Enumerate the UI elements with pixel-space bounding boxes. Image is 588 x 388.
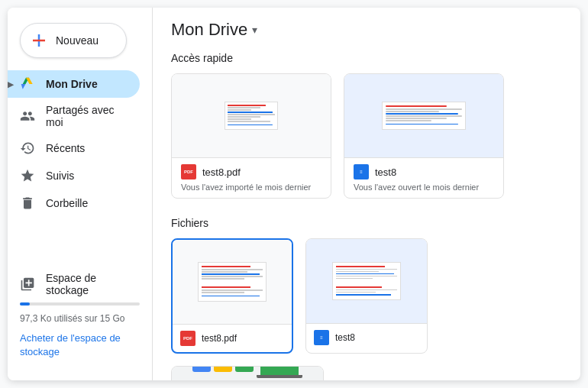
quick-access-title: Accès rapide [171, 52, 562, 64]
gs-docs-icon [192, 366, 211, 372]
quick-card-doc[interactable]: ≡ test8 Vous l'avez ouvert le mois derni… [344, 73, 504, 199]
file-card-doc[interactable]: ≡ test8 [305, 238, 428, 354]
sidebar-item-mon-drive[interactable]: ▶ Mon Drive [8, 70, 140, 98]
main-content: Mon Drive ▾ Accès rapide [153, 8, 580, 380]
chevron-down-icon[interactable]: ▾ [252, 24, 257, 36]
quick-card-pdf-preview [172, 74, 331, 158]
storage-icon [20, 276, 35, 292]
plus-icon [30, 31, 48, 50]
storage-bar-fill [20, 302, 30, 306]
quick-card-doc-info: ≡ test8 Vous l'avez ouvert le mois derni… [344, 158, 503, 198]
pdf-mini-preview [225, 102, 278, 130]
star-icon [20, 168, 35, 183]
quick-card-pdf-desc: Vous l'avez importé le mois dernier [181, 183, 321, 192]
quick-card-pdf-name: test8.pdf [202, 167, 241, 178]
sidebar-item-label-recents: Récents [46, 142, 85, 154]
file-card-doc-preview [306, 239, 427, 323]
gs-sheets-icon [214, 366, 232, 372]
sidebar-item-suivis[interactable]: Suivis [8, 162, 140, 189]
quick-card-doc-preview [344, 74, 503, 158]
files-title: Fichiers [171, 217, 562, 229]
sidebar: Nouveau ▶ Mon Drive Par [8, 8, 153, 380]
gs-laptop-screen [260, 366, 299, 375]
doc-icon: ≡ [354, 164, 369, 179]
file-card-pdf-info: PDF test8.pdf [173, 324, 292, 352]
clock-icon [20, 141, 35, 156]
new-button-label: Nouveau [56, 34, 99, 47]
arrow-icon: ▶ [8, 80, 14, 89]
storage-info: 97,3 Ko utilisés sur 15 Go [20, 313, 140, 324]
file-pdf-icon: PDF [180, 331, 195, 346]
gs-laptop-wrap [257, 366, 302, 378]
new-button[interactable]: Nouveau [20, 23, 127, 58]
file-card-pdf-preview [173, 240, 292, 324]
file-pdf-doc [198, 262, 267, 302]
sidebar-item-partages[interactable]: Partagés avec moi [8, 98, 140, 134]
trash-icon [20, 196, 35, 211]
pdf-icon: PDF [181, 164, 196, 179]
file-pdf-name: test8.pdf [202, 333, 237, 344]
file-doc-doc [332, 262, 401, 301]
file-doc-name: test8 [335, 332, 355, 343]
storage-bar [20, 302, 140, 306]
quick-card-doc-desc: Vous l'avez ouvert le mois dernier [354, 183, 494, 192]
quick-card-pdf[interactable]: PDF test8.pdf Vous l'avez importé le moi… [171, 73, 331, 199]
sidebar-item-label-mon-drive: Mon Drive [46, 78, 98, 90]
drive-header: Mon Drive ▾ [171, 20, 562, 40]
quick-access-grid: PDF test8.pdf Vous l'avez importé le moi… [171, 73, 562, 199]
storage-label: Espace de stockage [46, 272, 140, 296]
file-card-doc-info: ≡ test8 [306, 323, 427, 351]
quick-card-pdf-info: PDF test8.pdf Vous l'avez importé le moi… [172, 158, 331, 198]
buy-storage-link[interactable]: Acheter de l'espace de stockage [20, 331, 140, 359]
gs-icons-row [192, 366, 302, 378]
sidebar-item-corbeille[interactable]: Corbeille [8, 189, 140, 217]
getting-started-preview: Store safely Get files from any device o… [172, 367, 323, 380]
drive-icon [20, 76, 35, 92]
files-grid: PDF test8.pdf [171, 238, 562, 380]
page-title: Mon Drive [171, 20, 247, 40]
sidebar-item-label-partages: Partagés avec moi [46, 104, 128, 128]
sidebar-item-label-corbeille: Corbeille [46, 197, 88, 209]
sidebar-item-recents[interactable]: Récents [8, 134, 140, 162]
file-card-pdf[interactable]: PDF test8.pdf [171, 238, 293, 354]
file-doc-icon: ≡ [314, 330, 329, 345]
gs-slides-icon [235, 366, 254, 372]
app-window: Nouveau ▶ Mon Drive Par [8, 8, 580, 380]
doc-mini-preview-2 [382, 102, 466, 130]
people-icon [20, 108, 35, 124]
quick-card-doc-name: test8 [375, 167, 396, 178]
gs-laptop-base [257, 375, 302, 378]
storage-section: Espace de stockage 97,3 Ko utilisés sur … [8, 260, 152, 371]
sidebar-item-label-suivis: Suivis [46, 170, 74, 182]
file-card-getting-started[interactable]: Store safely Get files from any device o… [171, 366, 324, 380]
